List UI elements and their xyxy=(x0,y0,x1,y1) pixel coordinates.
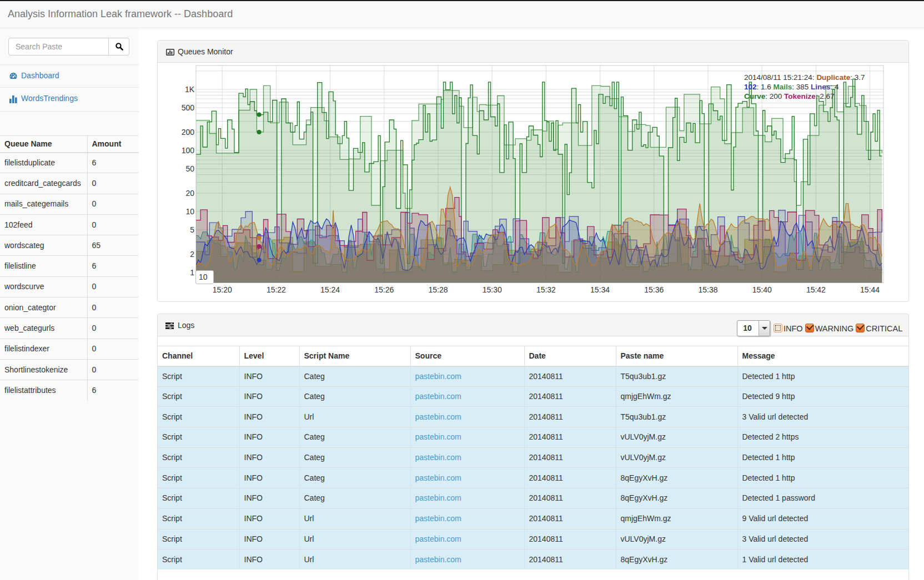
svg-text:15:38: 15:38 xyxy=(698,285,717,294)
svg-text:500: 500 xyxy=(182,103,195,112)
svg-text:100: 100 xyxy=(182,146,195,155)
svg-text:1: 1 xyxy=(190,268,194,277)
svg-text:15:42: 15:42 xyxy=(806,285,826,294)
svg-text:15:28: 15:28 xyxy=(428,285,448,294)
svg-text:15:30: 15:30 xyxy=(483,285,502,294)
svg-text:10: 10 xyxy=(185,207,194,216)
svg-text:5: 5 xyxy=(190,225,194,234)
svg-text:50: 50 xyxy=(185,164,194,173)
svg-text:15:22: 15:22 xyxy=(267,285,286,294)
svg-text:20: 20 xyxy=(185,189,194,198)
svg-text:15:32: 15:32 xyxy=(536,285,556,294)
svg-text:15:34: 15:34 xyxy=(590,285,610,294)
svg-text:15:44: 15:44 xyxy=(860,285,880,294)
svg-text:15:24: 15:24 xyxy=(320,285,340,294)
svg-text:15:26: 15:26 xyxy=(374,285,394,294)
svg-text:1K: 1K xyxy=(185,85,195,94)
svg-text:2: 2 xyxy=(190,250,194,259)
svg-text:15:20: 15:20 xyxy=(213,285,232,294)
svg-text:15:40: 15:40 xyxy=(752,285,772,294)
svg-text:15:36: 15:36 xyxy=(644,285,664,294)
svg-text:200: 200 xyxy=(182,128,195,137)
